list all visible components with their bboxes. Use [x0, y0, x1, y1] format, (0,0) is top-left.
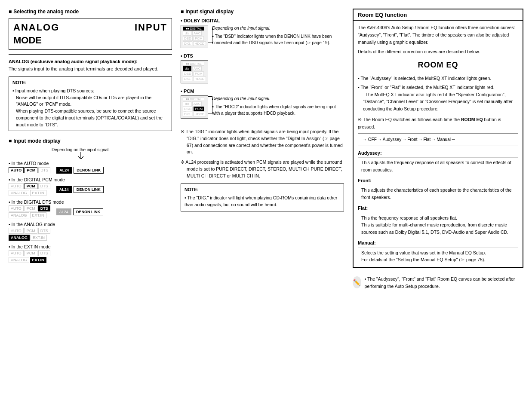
separator1: [181, 124, 344, 124]
desc-bold: ANALOG (exclusive analog audio signal pl…: [9, 59, 138, 64]
pencil-note-area: ✏️ • The "Audyssey", "Front" and "Flat" …: [353, 273, 523, 292]
note-line-3: When playing DTS-compatible sources, be …: [12, 108, 168, 128]
dts-row2: dts AAC: [183, 66, 206, 71]
auto-btn-auto: AUTO: [9, 167, 24, 173]
room-eq-bullet2: • The "Front" or "Flat" is selected, the…: [358, 84, 518, 113]
extin-pcm: PCM: [25, 250, 37, 256]
ddts-pcm: PCM: [25, 205, 37, 211]
analog-dts: DTS: [38, 228, 50, 234]
ddts-extin: EXT.IN: [30, 212, 46, 218]
section2-header: Input mode display: [9, 138, 172, 144]
pencil-icon: ✏️: [353, 276, 361, 288]
extin-auto: AUTO: [9, 250, 24, 256]
dolby-text: Depending on the input signal. • The "DS…: [212, 25, 344, 46]
dolby-dd-digital: ■■ DIGITAL: [183, 27, 204, 31]
analog-pcm: PCM: [25, 228, 37, 234]
analog-extin: EXT.IN: [31, 235, 47, 241]
pcm-hdcd-note: • The "HDCD" indicator lights when digit…: [212, 104, 344, 116]
mode-dpcm-indicators: AUTO PCM DTS ANALOG EXT.IN AL24 DENON LI…: [9, 183, 172, 196]
asterisk-room-eq: ※ The Room EQ switches as follows each t…: [358, 116, 518, 131]
mode-word: MODE: [13, 35, 42, 46]
mode-dpcm-label: • In the DIGITAL PCM mode: [9, 177, 172, 182]
note-mid-body: • The "DIG." indicator will light when p…: [185, 195, 340, 208]
note-mid-title: NOTE:: [185, 187, 340, 193]
mode-dpcm-group: • In the DIGITAL PCM mode AUTO PCM DTS A…: [9, 177, 172, 196]
asterisk-note-2: ※ AL24 processing is activated when PCM …: [181, 159, 344, 179]
dolby-dsd: DSD: [183, 36, 193, 41]
dolby-aac: AAC: [192, 31, 202, 36]
dolby-row2: dts AAC: [183, 31, 206, 36]
dolby-dts: dts: [183, 31, 191, 36]
ddts-right-inds: AL24 DENON LINK: [56, 208, 103, 215]
desc-body: The signals input to the analog input te…: [9, 66, 159, 71]
auto-right-inds: AL24 DENON LINK: [56, 167, 104, 174]
mode-word-row: MODE: [13, 35, 167, 46]
note-line-1: • Input mode when playing DTS sources:: [12, 88, 168, 95]
dpcm-row2: ANALOG EXT.IN: [9, 190, 50, 196]
dpcm-analog: ANALOG: [9, 190, 29, 196]
audyssey-body: This adjusts the frequency response of a…: [358, 159, 518, 174]
flow-front: Front: [407, 136, 417, 143]
pcm-row1: ■■ DIGITAL: [183, 97, 206, 101]
flow-audyssey: Audyssey: [383, 136, 401, 143]
desc-text: ANALOG (exclusive analog audio signal pl…: [9, 58, 172, 72]
sub-audyssey: Audyssey: This adjusts the frequency res…: [358, 150, 518, 174]
dpcm-al24: AL24: [56, 186, 72, 193]
dolby-display-content: ■■ DIGITAL dts AAC DSD PCM DIG. HDCD: [181, 25, 344, 48]
dolby-lcd-panel: ■■ DIGITAL dts AAC DSD PCM DIG. HDCD: [181, 25, 208, 48]
mode-ddts-indicators: AUTO PCM DTS ANALOG EXT.IN AL24 DENON LI…: [9, 205, 172, 218]
pcm-dd-digital: ■■ DIGITAL: [183, 97, 204, 101]
pcm-display-item: • PCM ■■ DIGITAL dts AAC DSO PCM: [181, 89, 344, 119]
pcm-lcd: ■■ DIGITAL dts AAC DSO PCM DIG. HDCD: [181, 95, 208, 119]
dts-lcd: ■■ DIGITAL dts AAC DSD PCM DIG. HDCD: [181, 60, 208, 83]
dts-lcd-wrapper: ■■ DIGITAL dts AAC DSD PCM DIG. HDCD: [181, 60, 208, 83]
depends-label: Depending on the input signal.: [52, 147, 110, 152]
front-body: This adjusts the characteristics of each…: [358, 187, 518, 201]
flow-off: → OFF: [363, 136, 377, 143]
dpcm-row1: AUTO PCM DTS: [9, 183, 50, 189]
dts-dsd: DSD: [183, 71, 193, 76]
auto-btn-dts: DTS: [38, 167, 50, 173]
input-mode-section: Depending on the input signal. • In the …: [9, 147, 172, 263]
extin-row1: AUTO PCM DTS: [9, 250, 172, 256]
sub-flat: Flat: This the frequency response of all…: [358, 205, 518, 236]
pcm-text: Depending on the input signal. • The "HD…: [212, 95, 344, 116]
asterisk-note-1: ※ The "DIG." indicator lights when digit…: [181, 129, 344, 156]
ddts-row2: ANALOG EXT.IN: [9, 212, 50, 218]
dolby-display-item: • DOLBY DIGITAL ■■ DIGITAL dts AAC DSD: [181, 18, 344, 48]
bracket-right-pcm: [208, 96, 212, 113]
dolby-dig: DIG.: [183, 41, 192, 46]
section2-title: Input mode display: [13, 138, 60, 144]
mode-extin-group: • In the EXT.IN mode AUTO PCM DTS ANALOG…: [9, 244, 172, 263]
page-layout: Selecting the analog mode ANALOG INPUT M…: [9, 9, 523, 292]
pcm-lcd-wrapper: ■■ DIGITAL dts AAC DSO PCM DIG. HDCD: [181, 95, 208, 119]
ddts-auto: AUTO: [9, 205, 24, 211]
ddts-two-rows: AUTO PCM DTS ANALOG EXT.IN: [9, 205, 50, 218]
front-title: Front:: [358, 177, 518, 186]
bracket-area: Depending on the input signal.: [52, 147, 110, 159]
room-eq-intro: The AVR-4306's Auto Setup / Room EQ func…: [358, 24, 518, 46]
depends-header-row: Depending on the input signal.: [9, 147, 172, 159]
ddts-analog: ANALOG: [9, 212, 29, 218]
auto-mode-row1: AUTO PCM DTS: [9, 167, 50, 173]
dts-dd-digital: ■■ DIGITAL: [183, 62, 204, 66]
pcm-hdcd: HDCD: [193, 112, 206, 116]
dolby-row1: ■■ DIGITAL: [183, 27, 206, 31]
note-box-left: NOTE: • Input mode when playing DTS sour…: [9, 76, 172, 131]
ddts-row1: AUTO PCM DTS: [9, 205, 50, 211]
mode-auto-indicators: AUTO PCM DTS AL24 DENON LINK: [9, 167, 172, 174]
dts-pcm: PCM: [194, 71, 204, 76]
room-eq-body: The AVR-4306's Auto Setup / Room EQ func…: [354, 21, 523, 267]
denon-link-active: DENON LINK: [74, 167, 104, 174]
sub-manual: Manual: Selects the setting value that w…: [358, 239, 518, 263]
pcm-row3: DSO PCM: [183, 107, 206, 111]
note-line-2: Noise will be output if DTS-compatible C…: [12, 95, 168, 108]
dts-row1: ■■ DIGITAL: [183, 62, 206, 66]
pencil-note-text: • The "Audyssey", "Front" and "Flat" Roo…: [365, 275, 523, 290]
room-eq-big-title: ROOM EQ: [358, 59, 518, 71]
dts-row3: DSD PCM: [183, 71, 206, 76]
extin-dts: DTS: [38, 250, 50, 256]
analog-mode-title-row: ANALOG INPUT: [13, 22, 167, 33]
analog-row1: AUTO PCM DTS: [9, 228, 172, 234]
mode-analog-label: • In the ANALOG mode: [9, 222, 172, 227]
